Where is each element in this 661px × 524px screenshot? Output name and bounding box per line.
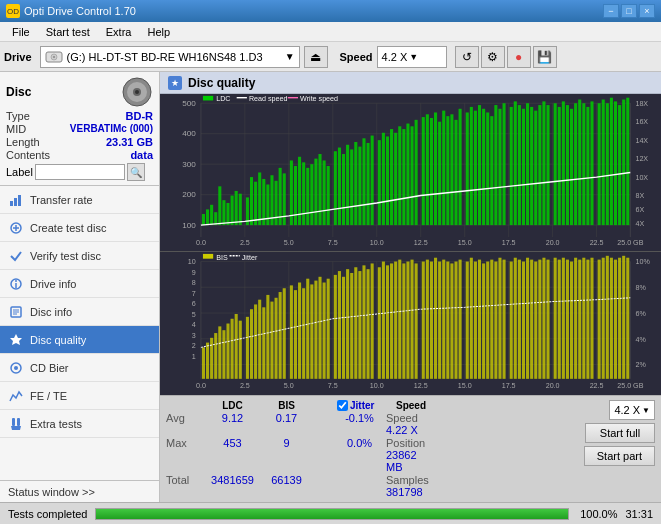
svg-rect-131 (590, 101, 593, 225)
sidebar-item-cd-bier[interactable]: CD Bier (0, 354, 159, 382)
svg-text:18X: 18X (635, 100, 648, 107)
svg-rect-280 (610, 258, 613, 379)
sidebar-item-disc-info[interactable]: Disc info (0, 298, 159, 326)
svg-rect-283 (622, 256, 625, 379)
toolbar-icons: ↺ ⚙ ● 💾 (455, 46, 557, 68)
max-bis: 9 (264, 437, 309, 473)
svg-rect-261 (526, 258, 529, 379)
sidebar-item-extra-tests[interactable]: Extra tests (0, 410, 159, 438)
disc-panel-header: Disc (6, 76, 153, 108)
sidebar: Disc Type BD-R MID VERBATIMc (000) Lengt… (0, 72, 160, 502)
svg-rect-210 (302, 288, 305, 379)
eject-button[interactable]: ⏏ (304, 46, 328, 68)
sidebar-item-drive-info[interactable]: Drive info (0, 270, 159, 298)
svg-rect-137 (618, 105, 621, 225)
svg-rect-273 (578, 260, 581, 379)
sidebar-item-verify-test-disc[interactable]: Verify test disc (0, 242, 159, 270)
fe-te-icon (8, 388, 24, 404)
menu-file[interactable]: File (4, 24, 38, 40)
label-button[interactable]: 🔍 (127, 163, 145, 181)
sidebar-item-disc-quality[interactable]: Disc quality (0, 326, 159, 354)
speed-stat: Speed 4.22 X (386, 412, 436, 436)
svg-rect-247 (466, 261, 469, 378)
settings-button[interactable]: ⚙ (481, 46, 505, 68)
svg-text:9: 9 (192, 269, 196, 276)
transfer-rate-label: Transfer rate (30, 194, 93, 206)
svg-rect-232 (398, 260, 401, 379)
svg-rect-244 (450, 263, 453, 378)
svg-rect-68 (314, 159, 317, 225)
svg-text:16X: 16X (635, 119, 648, 126)
drive-dropdown-arrow[interactable]: ▼ (285, 51, 295, 62)
disc-label: Disc (6, 85, 31, 99)
action-speed-select[interactable]: 4.2 X ▼ (609, 400, 655, 420)
svg-rect-96 (438, 122, 441, 225)
start-part-button[interactable]: Start part (584, 446, 655, 466)
svg-text:22.5: 22.5 (590, 240, 604, 247)
svg-rect-272 (574, 258, 577, 379)
maximize-button[interactable]: □ (621, 4, 637, 18)
label-input[interactable] (35, 164, 125, 180)
svg-text:5.0: 5.0 (284, 383, 294, 390)
drive-name: (G:) HL-DT-ST BD-RE WH16NS48 1.D3 (67, 51, 281, 63)
svg-rect-88 (402, 129, 405, 225)
stats-row: LDC BIS Jitter Speed Avg (166, 400, 655, 498)
close-button[interactable]: × (639, 4, 655, 18)
sidebar-item-fe-te[interactable]: FE / TE (0, 382, 159, 410)
sidebar-item-create-test-disc[interactable]: Create test disc (0, 214, 159, 242)
svg-text:20.0: 20.0 (546, 383, 560, 390)
stats-table: LDC BIS Jitter Speed Avg (166, 400, 576, 498)
svg-rect-70 (323, 160, 326, 225)
svg-rect-67 (310, 164, 313, 225)
svg-rect-311 (203, 254, 213, 259)
svg-rect-237 (422, 261, 425, 378)
svg-text:2.5: 2.5 (240, 240, 250, 247)
svg-text:12X: 12X (635, 156, 648, 163)
svg-rect-228 (382, 261, 385, 378)
svg-rect-112 (510, 107, 513, 225)
menu-help[interactable]: Help (139, 24, 178, 40)
start-full-button[interactable]: Start full (585, 423, 655, 443)
svg-rect-243 (446, 261, 449, 378)
extra-tests-label: Extra tests (30, 418, 82, 430)
svg-rect-277 (598, 260, 601, 379)
svg-point-15 (15, 280, 17, 282)
svg-text:20.0: 20.0 (546, 240, 560, 247)
color-button[interactable]: ● (507, 46, 531, 68)
svg-rect-264 (538, 260, 541, 379)
menu-extra[interactable]: Extra (98, 24, 140, 40)
refresh-button[interactable]: ↺ (455, 46, 479, 68)
svg-rect-98 (446, 116, 449, 225)
status-window-button[interactable]: Status window >> (0, 480, 159, 502)
svg-rect-191 (218, 326, 221, 378)
svg-rect-257 (510, 261, 513, 378)
svg-rect-271 (570, 261, 573, 378)
sidebar-item-transfer-rate[interactable]: Transfer rate (0, 186, 159, 214)
save-button[interactable]: 💾 (533, 46, 557, 68)
speed-label: Speed (340, 51, 373, 63)
speed-select-drive[interactable]: 4.2 X ▼ (377, 46, 447, 68)
svg-text:2%: 2% (635, 362, 645, 369)
max-label: Max (166, 437, 201, 473)
svg-rect-53 (250, 177, 253, 225)
disc-svg-icon (121, 76, 153, 108)
svg-rect-198 (250, 309, 253, 379)
svg-rect-91 (415, 120, 418, 225)
svg-rect-256 (503, 260, 506, 379)
svg-rect-250 (478, 260, 481, 379)
svg-text:0.0: 0.0 (196, 240, 206, 247)
svg-rect-259 (518, 260, 521, 379)
jitter-checkbox[interactable] (337, 400, 348, 411)
menu-start-test[interactable]: Start test (38, 24, 98, 40)
ldc-chart-area: 500 400 300 200 100 18X 16X 14X 12X 10X … (160, 94, 661, 251)
svg-rect-218 (338, 271, 341, 379)
drive-select[interactable]: (G:) HL-DT-ST BD-RE WH16NS48 1.D3 ▼ (40, 46, 300, 68)
svg-text:4: 4 (192, 322, 196, 329)
svg-rect-201 (262, 307, 265, 379)
cd-bier-icon (8, 360, 24, 376)
svg-rect-43 (206, 209, 209, 225)
fe-te-label: FE / TE (30, 390, 67, 402)
progress-bar-container (95, 508, 569, 520)
svg-rect-203 (270, 302, 273, 379)
minimize-button[interactable]: − (603, 4, 619, 18)
